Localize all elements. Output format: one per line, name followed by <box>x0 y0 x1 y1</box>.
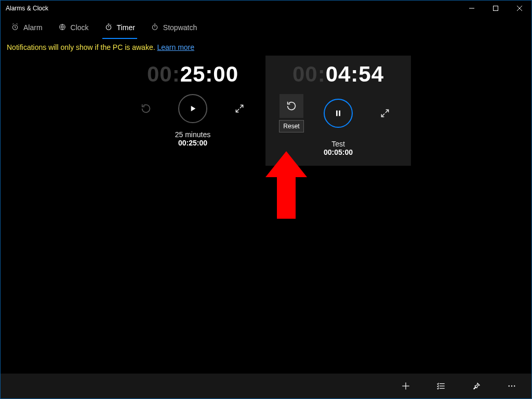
stopwatch-icon <box>151 23 159 33</box>
timer-hours-dim: 00: <box>292 62 326 86</box>
close-button[interactable] <box>508 1 531 16</box>
window-controls <box>460 1 531 16</box>
reset-button[interactable] <box>134 97 158 121</box>
timer-rest: 25:00 <box>180 62 238 86</box>
tab-label: Clock <box>71 23 89 32</box>
svg-rect-1 <box>494 6 498 11</box>
pause-icon <box>334 109 342 117</box>
tab-clock[interactable]: Clock <box>56 20 91 39</box>
notification-text: Notifications will only show if the PC i… <box>7 43 157 51</box>
minimize-button[interactable] <box>460 1 484 16</box>
tab-label: Timer <box>117 23 135 32</box>
play-button[interactable] <box>178 94 207 123</box>
expand-icon <box>380 108 390 118</box>
clock-icon <box>58 23 66 33</box>
reset-tooltip: Reset <box>279 120 303 132</box>
tab-alarm[interactable]: Alarm <box>9 20 45 39</box>
timer-name: 25 minutes <box>120 130 265 139</box>
expand-icon <box>234 103 245 114</box>
timer-icon <box>104 23 113 33</box>
notification-bar: Notifications will only show if the PC i… <box>1 39 531 56</box>
plus-icon <box>401 381 410 391</box>
svg-marker-8 <box>191 106 196 112</box>
timer-card[interactable]: 00:25:00 25 minutes 00:25:00 <box>120 56 265 166</box>
timers-area: 00:25:00 25 minutes 00:25:00 <box>1 56 531 166</box>
timer-name: Test <box>265 140 411 148</box>
timer-rest: 04:54 <box>326 62 384 86</box>
nav-tabs: Alarm Clock Timer Stopwatch <box>1 16 531 39</box>
timer-hours-dim: 00: <box>147 62 180 86</box>
timer-card[interactable]: 00:04:54 Reset Test 00 <box>265 56 411 166</box>
timer-original: 00:05:00 <box>265 148 411 156</box>
edit-timers-button[interactable] <box>423 374 459 398</box>
window-title: Alarms & Clock <box>6 5 48 12</box>
timer-display: 00:25:00 <box>120 62 265 87</box>
command-bar <box>1 374 531 398</box>
tab-stopwatch[interactable]: Stopwatch <box>149 20 199 39</box>
list-edit-icon <box>436 381 446 391</box>
tab-label: Alarm <box>23 23 43 32</box>
tab-label: Stopwatch <box>163 23 197 32</box>
more-button[interactable] <box>494 374 529 398</box>
play-icon <box>189 104 197 113</box>
expand-button[interactable] <box>228 97 251 121</box>
pause-button[interactable] <box>324 99 353 128</box>
svg-point-17 <box>509 385 510 387</box>
more-icon <box>507 381 516 391</box>
pin-icon <box>472 381 481 391</box>
reset-icon <box>286 100 297 112</box>
svg-rect-9 <box>336 111 338 116</box>
svg-point-19 <box>514 385 515 387</box>
tab-timer[interactable]: Timer <box>102 20 137 39</box>
maximize-button[interactable] <box>484 1 508 16</box>
learn-more-link[interactable]: Learn more <box>157 43 194 51</box>
timer-display: 00:04:54 <box>265 62 411 87</box>
alarm-icon <box>11 23 19 33</box>
titlebar: Alarms & Clock <box>1 1 531 16</box>
pin-button[interactable] <box>459 374 494 398</box>
svg-rect-10 <box>339 111 340 116</box>
svg-point-18 <box>511 385 512 387</box>
add-timer-button[interactable] <box>388 374 423 398</box>
timer-original: 00:25:00 <box>120 139 265 147</box>
reset-button[interactable] <box>280 94 303 118</box>
expand-button[interactable] <box>373 101 397 125</box>
